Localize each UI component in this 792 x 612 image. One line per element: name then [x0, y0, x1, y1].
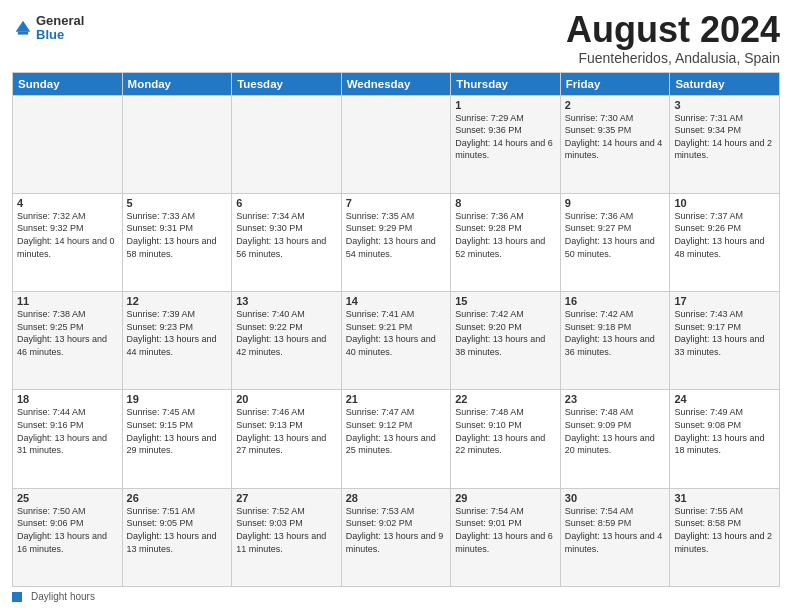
- footer: Daylight hours: [12, 591, 780, 602]
- cell-info: Sunrise: 7:52 AM Sunset: 9:03 PM Dayligh…: [236, 505, 337, 555]
- day-of-week-header: Monday: [122, 72, 232, 95]
- calendar-cell: 24Sunrise: 7:49 AM Sunset: 9:08 PM Dayli…: [670, 390, 780, 488]
- calendar-cell: 13Sunrise: 7:40 AM Sunset: 9:22 PM Dayli…: [232, 292, 342, 390]
- cell-info: Sunrise: 7:34 AM Sunset: 9:30 PM Dayligh…: [236, 210, 337, 260]
- calendar-cell: 7Sunrise: 7:35 AM Sunset: 9:29 PM Daylig…: [341, 193, 451, 291]
- logo-text: General Blue: [36, 14, 84, 43]
- cell-info: Sunrise: 7:44 AM Sunset: 9:16 PM Dayligh…: [17, 406, 118, 456]
- cell-info: Sunrise: 7:46 AM Sunset: 9:13 PM Dayligh…: [236, 406, 337, 456]
- day-number: 25: [17, 492, 118, 504]
- calendar-cell: 23Sunrise: 7:48 AM Sunset: 9:09 PM Dayli…: [560, 390, 670, 488]
- calendar-week-row: 25Sunrise: 7:50 AM Sunset: 9:06 PM Dayli…: [13, 488, 780, 586]
- calendar-cell: 30Sunrise: 7:54 AM Sunset: 8:59 PM Dayli…: [560, 488, 670, 586]
- day-number: 26: [127, 492, 228, 504]
- cell-info: Sunrise: 7:33 AM Sunset: 9:31 PM Dayligh…: [127, 210, 228, 260]
- cell-info: Sunrise: 7:40 AM Sunset: 9:22 PM Dayligh…: [236, 308, 337, 358]
- cell-info: Sunrise: 7:31 AM Sunset: 9:34 PM Dayligh…: [674, 112, 775, 162]
- svg-rect-1: [18, 32, 28, 35]
- svg-marker-0: [16, 21, 31, 32]
- day-of-week-header: Thursday: [451, 72, 561, 95]
- day-number: 20: [236, 393, 337, 405]
- day-of-week-header: Wednesday: [341, 72, 451, 95]
- day-number: 27: [236, 492, 337, 504]
- calendar-week-row: 1Sunrise: 7:29 AM Sunset: 9:36 PM Daylig…: [13, 95, 780, 193]
- cell-info: Sunrise: 7:51 AM Sunset: 9:05 PM Dayligh…: [127, 505, 228, 555]
- calendar-cell: 3Sunrise: 7:31 AM Sunset: 9:34 PM Daylig…: [670, 95, 780, 193]
- cell-info: Sunrise: 7:35 AM Sunset: 9:29 PM Dayligh…: [346, 210, 447, 260]
- logo-general-text: General: [36, 14, 84, 28]
- location: Fuenteheridos, Andalusia, Spain: [566, 50, 780, 66]
- calendar-cell: 9Sunrise: 7:36 AM Sunset: 9:27 PM Daylig…: [560, 193, 670, 291]
- cell-info: Sunrise: 7:55 AM Sunset: 8:58 PM Dayligh…: [674, 505, 775, 555]
- cell-info: Sunrise: 7:39 AM Sunset: 9:23 PM Dayligh…: [127, 308, 228, 358]
- calendar-cell: 31Sunrise: 7:55 AM Sunset: 8:58 PM Dayli…: [670, 488, 780, 586]
- header-row: SundayMondayTuesdayWednesdayThursdayFrid…: [13, 72, 780, 95]
- day-of-week-header: Sunday: [13, 72, 123, 95]
- day-number: 15: [455, 295, 556, 307]
- calendar-cell: 4Sunrise: 7:32 AM Sunset: 9:32 PM Daylig…: [13, 193, 123, 291]
- day-number: 21: [346, 393, 447, 405]
- cell-info: Sunrise: 7:54 AM Sunset: 9:01 PM Dayligh…: [455, 505, 556, 555]
- day-number: 24: [674, 393, 775, 405]
- day-number: 19: [127, 393, 228, 405]
- day-number: 7: [346, 197, 447, 209]
- daylight-label: Daylight hours: [31, 591, 95, 602]
- day-number: 17: [674, 295, 775, 307]
- day-number: 18: [17, 393, 118, 405]
- title-block: August 2024 Fuenteheridos, Andalusia, Sp…: [566, 10, 780, 66]
- calendar-cell: 2Sunrise: 7:30 AM Sunset: 9:35 PM Daylig…: [560, 95, 670, 193]
- cell-info: Sunrise: 7:45 AM Sunset: 9:15 PM Dayligh…: [127, 406, 228, 456]
- day-number: 29: [455, 492, 556, 504]
- day-number: 22: [455, 393, 556, 405]
- cell-info: Sunrise: 7:38 AM Sunset: 9:25 PM Dayligh…: [17, 308, 118, 358]
- calendar-cell: 28Sunrise: 7:53 AM Sunset: 9:02 PM Dayli…: [341, 488, 451, 586]
- day-of-week-header: Tuesday: [232, 72, 342, 95]
- day-number: 8: [455, 197, 556, 209]
- cell-info: Sunrise: 7:54 AM Sunset: 8:59 PM Dayligh…: [565, 505, 666, 555]
- day-number: 12: [127, 295, 228, 307]
- cell-info: Sunrise: 7:36 AM Sunset: 9:27 PM Dayligh…: [565, 210, 666, 260]
- day-number: 11: [17, 295, 118, 307]
- month-year: August 2024: [566, 10, 780, 50]
- calendar-cell: 26Sunrise: 7:51 AM Sunset: 9:05 PM Dayli…: [122, 488, 232, 586]
- cell-info: Sunrise: 7:30 AM Sunset: 9:35 PM Dayligh…: [565, 112, 666, 162]
- cell-info: Sunrise: 7:41 AM Sunset: 9:21 PM Dayligh…: [346, 308, 447, 358]
- cell-info: Sunrise: 7:53 AM Sunset: 9:02 PM Dayligh…: [346, 505, 447, 555]
- cell-info: Sunrise: 7:48 AM Sunset: 9:09 PM Dayligh…: [565, 406, 666, 456]
- cell-info: Sunrise: 7:47 AM Sunset: 9:12 PM Dayligh…: [346, 406, 447, 456]
- calendar-cell: 25Sunrise: 7:50 AM Sunset: 9:06 PM Dayli…: [13, 488, 123, 586]
- calendar-cell: 14Sunrise: 7:41 AM Sunset: 9:21 PM Dayli…: [341, 292, 451, 390]
- calendar-cell: 18Sunrise: 7:44 AM Sunset: 9:16 PM Dayli…: [13, 390, 123, 488]
- calendar-cell: 6Sunrise: 7:34 AM Sunset: 9:30 PM Daylig…: [232, 193, 342, 291]
- logo-icon: [12, 17, 34, 39]
- calendar-table: SundayMondayTuesdayWednesdayThursdayFrid…: [12, 72, 780, 587]
- calendar-cell: 5Sunrise: 7:33 AM Sunset: 9:31 PM Daylig…: [122, 193, 232, 291]
- day-number: 2: [565, 99, 666, 111]
- day-number: 3: [674, 99, 775, 111]
- cell-info: Sunrise: 7:48 AM Sunset: 9:10 PM Dayligh…: [455, 406, 556, 456]
- calendar-cell: [13, 95, 123, 193]
- logo: General Blue: [12, 14, 84, 43]
- cell-info: Sunrise: 7:49 AM Sunset: 9:08 PM Dayligh…: [674, 406, 775, 456]
- day-number: 23: [565, 393, 666, 405]
- calendar-cell: 17Sunrise: 7:43 AM Sunset: 9:17 PM Dayli…: [670, 292, 780, 390]
- day-of-week-header: Saturday: [670, 72, 780, 95]
- day-number: 6: [236, 197, 337, 209]
- calendar-cell: 21Sunrise: 7:47 AM Sunset: 9:12 PM Dayli…: [341, 390, 451, 488]
- calendar-cell: [232, 95, 342, 193]
- day-of-week-header: Friday: [560, 72, 670, 95]
- calendar-cell: 16Sunrise: 7:42 AM Sunset: 9:18 PM Dayli…: [560, 292, 670, 390]
- calendar-cell: 22Sunrise: 7:48 AM Sunset: 9:10 PM Dayli…: [451, 390, 561, 488]
- calendar-cell: 20Sunrise: 7:46 AM Sunset: 9:13 PM Dayli…: [232, 390, 342, 488]
- day-number: 31: [674, 492, 775, 504]
- day-number: 14: [346, 295, 447, 307]
- calendar-cell: 8Sunrise: 7:36 AM Sunset: 9:28 PM Daylig…: [451, 193, 561, 291]
- cell-info: Sunrise: 7:42 AM Sunset: 9:18 PM Dayligh…: [565, 308, 666, 358]
- day-number: 1: [455, 99, 556, 111]
- day-number: 16: [565, 295, 666, 307]
- calendar-week-row: 11Sunrise: 7:38 AM Sunset: 9:25 PM Dayli…: [13, 292, 780, 390]
- day-number: 28: [346, 492, 447, 504]
- day-number: 9: [565, 197, 666, 209]
- calendar-cell: 29Sunrise: 7:54 AM Sunset: 9:01 PM Dayli…: [451, 488, 561, 586]
- calendar-week-row: 18Sunrise: 7:44 AM Sunset: 9:16 PM Dayli…: [13, 390, 780, 488]
